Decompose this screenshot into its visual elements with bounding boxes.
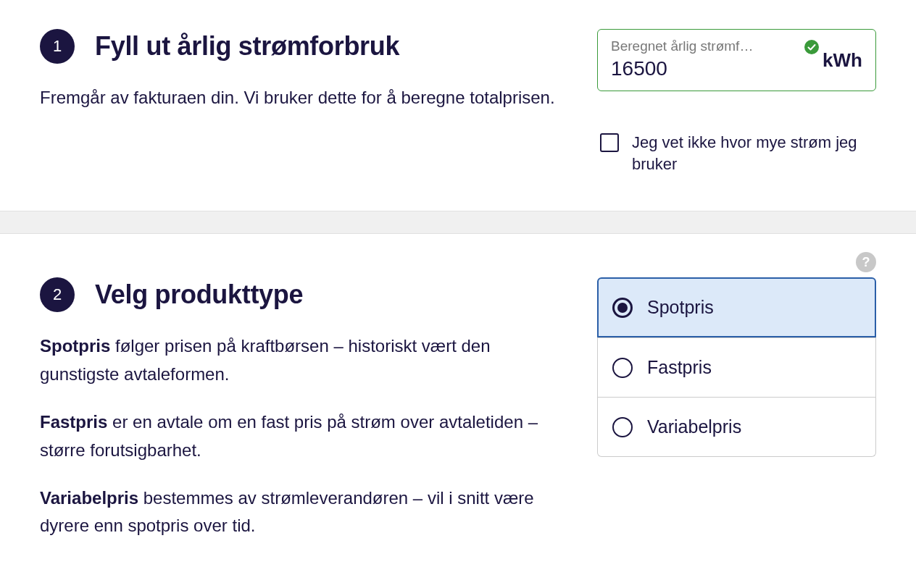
section-divider [0, 211, 916, 234]
radio-label: Spotpris [647, 297, 714, 318]
step-1-title: Fyll ut årlig strømforbruk [95, 31, 399, 62]
radio-circle-icon [612, 298, 633, 318]
step-1-section: 1 Fyll ut årlig strømforbruk Fremgår av … [0, 0, 916, 211]
radio-option-spotpris[interactable]: Spotpris [597, 277, 876, 337]
spotpris-term: Spotpris [40, 336, 110, 356]
unknown-consumption-label: Jeg vet ikke hvor mye strøm jeg bruker [632, 132, 876, 175]
fastpris-term: Fastpris [40, 412, 107, 432]
fastpris-desc: er en avtale om en fast pris på strøm ov… [40, 412, 538, 459]
radio-option-variabelpris[interactable]: Variabelpris [597, 398, 876, 457]
unknown-consumption-checkbox[interactable] [600, 133, 619, 152]
radio-circle-icon [612, 417, 633, 437]
consumption-input-label: Beregnet årlig strømf… [611, 38, 792, 54]
svg-text:?: ? [862, 255, 870, 269]
step-2-title: Velg produkttype [95, 280, 303, 310]
radio-label: Fastpris [647, 357, 712, 378]
product-type-radio-group: Spotpris Fastpris Variabelpris [597, 277, 876, 457]
svg-point-0 [804, 40, 819, 54]
step-2-description: Spotpris følger prisen på kraftbørsen – … [40, 332, 568, 539]
step-2-section: 2 Velg produkttype Spotpris følger prise… [0, 234, 916, 576]
step-badge-1: 1 [40, 29, 75, 64]
radio-circle-icon [612, 358, 633, 378]
consumption-input[interactable]: Beregnet årlig strømf… 16500 kWh [597, 29, 876, 91]
radio-option-fastpris[interactable]: Fastpris [597, 337, 876, 398]
step-1-description: Fremgår av fakturaen din. Vi bruker dett… [40, 84, 568, 112]
consumption-input-unit: kWh [823, 49, 862, 72]
variabelpris-term: Variabelpris [40, 488, 138, 508]
step-badge-2: 2 [40, 277, 75, 312]
checkmark-icon [804, 40, 819, 54]
help-icon[interactable]: ? [856, 252, 876, 272]
radio-label: Variabelpris [647, 416, 741, 437]
